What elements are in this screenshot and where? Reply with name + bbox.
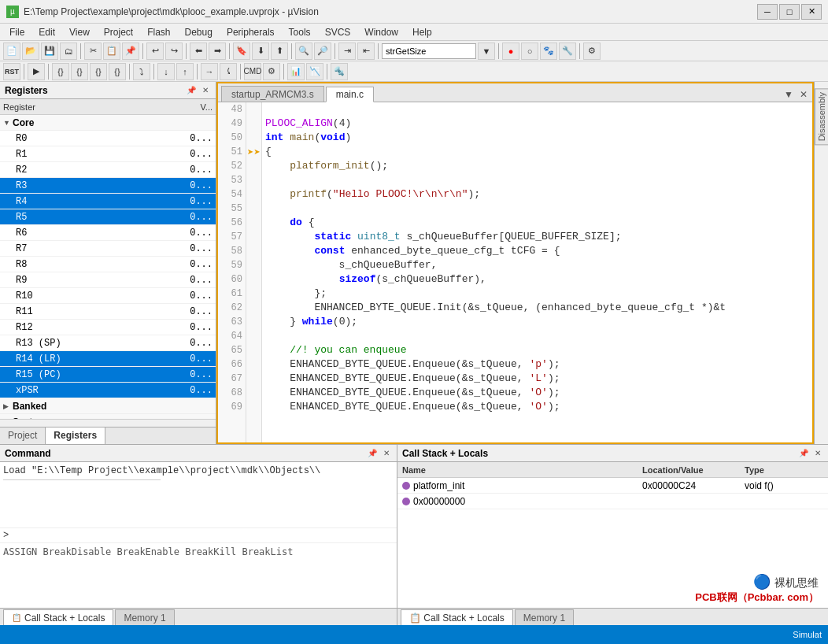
code-line-58[interactable]: const enhanced_byte_queue_cfg_t tCFG = {	[262, 244, 812, 258]
disassembly-button[interactable]: Disassembly	[815, 88, 829, 145]
tb2-curly2[interactable]: {}	[71, 63, 88, 80]
menu-project[interactable]: Project	[98, 25, 139, 39]
tb2-curly3[interactable]: {}	[90, 63, 107, 80]
code-line-65[interactable]: //! you can enqueue	[262, 343, 812, 357]
code-line-49[interactable]: PLOOC_ALIGN(4)	[262, 117, 812, 131]
reg-r9[interactable]: R9 0...	[0, 272, 216, 288]
menu-edit[interactable]: Edit	[32, 25, 61, 39]
tb-indent[interactable]: ⇥	[338, 43, 356, 60]
reg-r6[interactable]: R6 0...	[0, 225, 216, 241]
tb2-show-next[interactable]: ⤹	[220, 63, 237, 80]
panel-pin[interactable]: 📌	[184, 85, 198, 95]
tb-cfg[interactable]: 🔧	[559, 43, 576, 60]
code-line-55[interactable]	[262, 202, 812, 216]
code-line-53[interactable]	[262, 173, 812, 187]
code-line-63[interactable]: } while(0);	[262, 315, 812, 329]
tb-more[interactable]: ⚙	[583, 43, 601, 60]
tb2-extra1[interactable]: 📊	[287, 63, 305, 80]
tb2-step-in[interactable]: ↓	[157, 63, 175, 80]
tb-bookmark-next[interactable]: ⬇	[252, 43, 269, 60]
tb-run2[interactable]: ○	[521, 43, 538, 60]
panel-close[interactable]: ✕	[200, 85, 211, 95]
tb2-step-over[interactable]: ⤵	[133, 63, 150, 80]
tb-open[interactable]: 📂	[22, 43, 39, 60]
reg-r2[interactable]: R2 0...	[0, 162, 216, 178]
code-line-57[interactable]: static uint8_t s_chQueueBuffer[QUEUE_BUF…	[262, 230, 812, 244]
menu-peripherals[interactable]: Peripherals	[220, 25, 281, 39]
tab-ctrl-pin[interactable]: ▼	[782, 87, 795, 102]
tb-new[interactable]: 📄	[3, 43, 20, 60]
code-line-61[interactable]: };	[262, 287, 812, 301]
code-line-51[interactable]: {	[262, 145, 812, 159]
menu-help[interactable]: Help	[406, 25, 438, 39]
reg-r8[interactable]: R8 0...	[0, 257, 216, 272]
reg-r13[interactable]: R13 (SP) 0...	[0, 335, 216, 351]
tb2-run[interactable]: ▶	[28, 63, 45, 80]
menu-debug[interactable]: Debug	[179, 25, 219, 39]
tb-stop[interactable]: 🐾	[540, 43, 557, 60]
code-line-68[interactable]: ENHANCED_BYTE_QUEUE.Enqueue(&s_tQueue, '…	[262, 386, 812, 400]
tb-copy[interactable]: 📋	[103, 43, 120, 60]
tb2-extra3[interactable]: 🔩	[331, 63, 348, 80]
tb-bookmark-prev[interactable]: ⬆	[271, 43, 288, 60]
close-button[interactable]: ✕	[801, 4, 822, 20]
reg-r1[interactable]: R1 0...	[0, 146, 216, 162]
cs-close[interactable]: ✕	[812, 448, 823, 458]
reg-group-core-header[interactable]: ▼ Core	[0, 115, 216, 131]
code-line-60[interactable]: sizeof(s_chQueueBuffer),	[262, 272, 812, 287]
cs-row-0[interactable]: platform_init 0x00000C24 void f()	[397, 478, 828, 494]
tb-search-go[interactable]: ▼	[478, 43, 495, 60]
reg-r3[interactable]: R3 0...	[0, 178, 216, 194]
horiz-scroll[interactable]	[0, 419, 216, 427]
code-line-54[interactable]: printf("Hello PLOOC!\r\n\r\n");	[262, 187, 812, 202]
tb-outdent[interactable]: ⇤	[357, 43, 375, 60]
tb2-run-to[interactable]: →	[201, 63, 218, 80]
tb-save[interactable]: 💾	[41, 43, 58, 60]
tb-redo[interactable]: ↪	[165, 43, 183, 60]
code-line-52[interactable]: platform_init();	[262, 159, 812, 173]
tb-undo[interactable]: ↩	[146, 43, 164, 60]
tb2-cmd[interactable]: CMD	[244, 63, 261, 80]
tb-cut[interactable]: ✂	[84, 43, 102, 60]
tb-paste[interactable]: 📌	[122, 43, 139, 60]
reg-r10[interactable]: R10 0...	[0, 288, 216, 304]
cmd-pin[interactable]: 📌	[365, 448, 379, 458]
tb2-more[interactable]: ⚙	[263, 63, 280, 80]
cmd-tab-memory[interactable]: Memory 1	[115, 609, 174, 625]
code-line-59[interactable]: s_chQueueBuffer,	[262, 258, 812, 272]
code-line-67[interactable]: ENHANCED_BYTE_QUEUE.Enqueue(&s_tQueue, '…	[262, 372, 812, 386]
code-line-56[interactable]: do {	[262, 216, 812, 230]
cmd-tab-callstack[interactable]: 📋 Call Stack + Locals	[3, 609, 113, 625]
cs-tab-memory[interactable]: Memory 1	[515, 609, 574, 625]
tb-save-all[interactable]: 🗂	[60, 43, 77, 60]
code-line-64[interactable]	[262, 329, 812, 343]
tb2-curly1[interactable]: {}	[52, 63, 69, 80]
cs-tab-callstack[interactable]: 📋 Call Stack + Locals	[401, 609, 513, 625]
tab-ctrl-close[interactable]: ✕	[798, 87, 809, 102]
reg-r15[interactable]: R15 (PC) 0...	[0, 367, 216, 383]
tb-run[interactable]: ●	[502, 43, 519, 60]
menu-file[interactable]: File	[3, 25, 31, 39]
tb2-curly4[interactable]: {}	[109, 63, 126, 80]
reg-xpsr[interactable]: xPSR 0...	[0, 383, 216, 398]
tb2-step-out[interactable]: ↑	[176, 63, 194, 80]
tab-startup[interactable]: startup_ARMCM3.s	[221, 86, 324, 102]
code-line-69[interactable]: ENHANCED_BYTE_QUEUE.Enqueue(&s_tQueue, '…	[262, 400, 812, 414]
tb-bookmark[interactable]: 🔖	[233, 43, 250, 60]
reg-r7[interactable]: R7 0...	[0, 241, 216, 257]
reg-group-banked-header[interactable]: ▶ Banked	[0, 398, 216, 414]
tab-registers[interactable]: Registers	[46, 427, 105, 444]
reg-r14[interactable]: R14 (LR) 0...	[0, 351, 216, 367]
menu-svcs[interactable]: SVCS	[319, 25, 357, 39]
reg-r4[interactable]: R4 0...	[0, 194, 216, 209]
tb-nav-fwd[interactable]: ➡	[209, 43, 226, 60]
cmd-close[interactable]: ✕	[381, 448, 392, 458]
code-line-48[interactable]	[262, 102, 812, 117]
menu-flash[interactable]: Flash	[141, 25, 176, 39]
menu-tools[interactable]: Tools	[283, 25, 317, 39]
minimize-button[interactable]: ─	[757, 4, 778, 20]
cs-row-1[interactable]: 0x00000000	[397, 494, 828, 509]
cs-pin[interactable]: 📌	[797, 448, 811, 458]
tb2-rst[interactable]: RST	[3, 63, 20, 80]
code-line-62[interactable]: ENHANCED_BYTE_QUEUE.Init(&s_tQueue, (enh…	[262, 301, 812, 315]
